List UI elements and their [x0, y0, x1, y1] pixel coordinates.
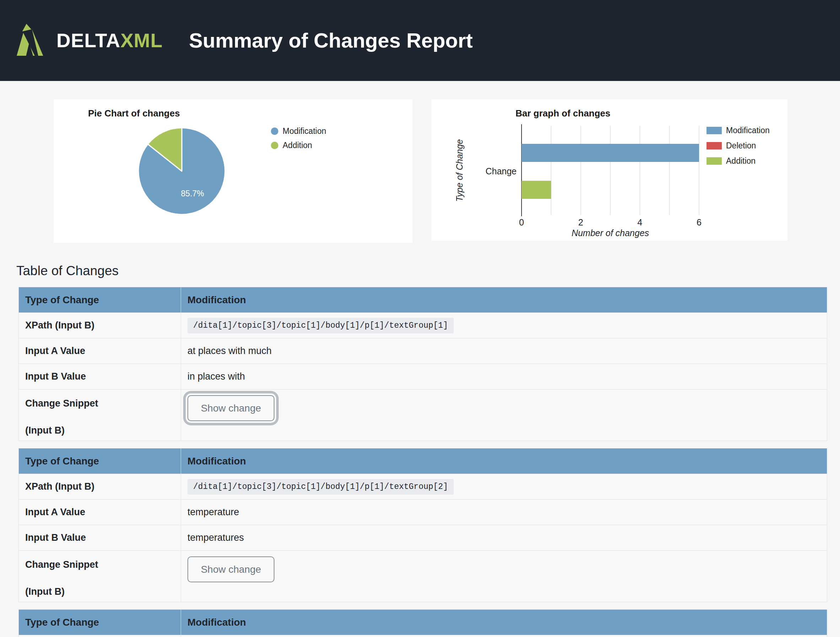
change-snippet-label-line2: (Input B) [25, 425, 181, 436]
pie-legend-label: Addition [283, 141, 312, 150]
xpath-value: /dita[1]/topic[3]/topic[1]/body[1]/p[1]/… [188, 479, 454, 495]
input-a-row: Input A Value temperature [19, 499, 827, 525]
pie-value-label: 85.7% [181, 189, 204, 198]
input-b-row: Input B Value in places with [19, 364, 827, 389]
bar-x-axis-title: Number of changes [572, 228, 649, 238]
table-header-row: Type of Change Modification [19, 287, 827, 313]
bar-legend-item-deletion: Deletion [706, 141, 770, 150]
bar-chart: Change Type of Change 0 2 4 6 Number of … [449, 119, 726, 238]
wordmark-xml: XML [120, 30, 163, 52]
header-type-of-change: Type of Change [19, 449, 181, 474]
deletion-swatch-icon [706, 142, 722, 150]
input-b-row: Input B Value temperatures [19, 525, 827, 551]
change-snippet-label-line1: Change Snippet [25, 559, 181, 570]
change-table-1: Type of Change Modification XPath (Input… [19, 287, 827, 441]
modification-swatch-icon [271, 128, 278, 135]
addition-swatch-icon [271, 142, 278, 149]
x-tick-6: 6 [696, 217, 701, 227]
deltaxml-wordmark: DELTAXML [57, 31, 163, 51]
pie-chart-card: Pie Chart of changes 85.7% Modification … [54, 100, 412, 243]
app-header: DELTAXML Summary of Changes Report [0, 0, 840, 81]
change-snippet-row: Change Snippet (Input B) Show change [19, 389, 827, 441]
xpath-label [19, 635, 181, 637]
pie-chart: 85.7% [137, 126, 226, 216]
header-change-type-value: Modification [181, 287, 827, 313]
input-a-value: temperature [181, 499, 827, 525]
input-b-value: temperatures [181, 525, 827, 551]
header-change-type-value: Modification [181, 449, 827, 474]
input-a-value: at places with much [181, 338, 827, 364]
input-a-row: Input A Value at places with much [19, 338, 827, 364]
xpath-label: XPath (Input B) [19, 474, 181, 499]
change-snippet-row: Change Snippet (Input B) Show change [19, 551, 827, 602]
bar-chart-title: Bar graph of changes [515, 108, 610, 119]
xpath-value-cell [181, 635, 827, 637]
summary-of-changes-page: DELTAXML Summary of Changes Report Pie C… [0, 0, 840, 637]
show-change-button[interactable]: Show change [188, 395, 275, 421]
pie-chart-title: Pie Chart of changes [88, 108, 180, 119]
bar-legend-item-modification: Modification [706, 126, 770, 135]
xpath-row [19, 635, 827, 637]
bar-addition [521, 181, 551, 199]
bar-legend-label: Addition [726, 156, 755, 166]
input-b-value: in places with [181, 364, 827, 389]
pie-legend: Modification Addition [271, 126, 326, 150]
pie-legend-label: Modification [283, 126, 326, 136]
change-snippet-label: Change Snippet (Input B) [19, 551, 181, 602]
page-title: Summary of Changes Report [189, 30, 472, 51]
bar-modification [521, 144, 699, 162]
x-tick-0: 0 [519, 217, 524, 227]
bar-category-label: Change [485, 166, 516, 176]
xpath-row: XPath (Input B) /dita[1]/topic[3]/topic[… [19, 313, 827, 338]
deltaxml-triangle-logo-icon [17, 24, 52, 57]
header-change-type-value: Modification [181, 610, 827, 635]
header-type-of-change: Type of Change [19, 610, 181, 635]
change-table-3: Type of Change Modification [19, 609, 827, 637]
xpath-value: /dita[1]/topic[3]/topic[1]/body[1]/p[1]/… [188, 318, 454, 334]
bar-legend: Modification Deletion Addition [706, 126, 770, 166]
x-tick-4: 4 [637, 217, 642, 227]
input-b-label: Input B Value [19, 364, 181, 389]
header-type-of-change: Type of Change [19, 287, 181, 313]
change-snippet-label: Change Snippet (Input B) [19, 389, 181, 441]
input-b-label: Input B Value [19, 525, 181, 551]
bar-chart-card: Bar graph of changes Change Type of Chan… [431, 100, 788, 241]
bar-legend-item-addition: Addition [706, 156, 770, 166]
change-snippet-label-line2: (Input B) [25, 586, 181, 597]
table-header-row: Type of Change Modification [19, 449, 827, 474]
xpath-row: XPath (Input B) /dita[1]/topic[3]/topic[… [19, 474, 827, 499]
xpath-label: XPath (Input B) [19, 313, 181, 338]
input-a-label: Input A Value [19, 499, 181, 525]
change-snippet-label-line1: Change Snippet [25, 398, 181, 409]
modification-swatch-icon [706, 127, 722, 134]
wordmark-delta: DELTA [57, 30, 120, 52]
bar-legend-label: Deletion [726, 141, 756, 150]
table-of-changes-heading: Table of Changes [16, 264, 118, 278]
x-tick-2: 2 [578, 217, 583, 227]
show-change-button[interactable]: Show change [188, 556, 275, 582]
table-header-row: Type of Change Modification [19, 610, 827, 635]
pie-legend-item-modification: Modification [271, 126, 326, 136]
bar-legend-label: Modification [726, 126, 770, 135]
bar-y-axis-title: Type of Change [455, 139, 464, 202]
change-table-2: Type of Change Modification XPath (Input… [19, 448, 827, 602]
pie-legend-item-addition: Addition [271, 141, 326, 150]
addition-swatch-icon [706, 157, 722, 165]
input-a-label: Input A Value [19, 338, 181, 364]
